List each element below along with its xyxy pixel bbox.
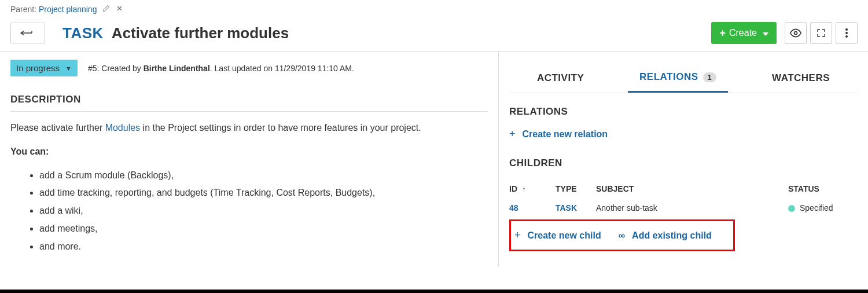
relations-count-badge: 1 — [703, 72, 717, 82]
list-item: add meetings, — [39, 222, 488, 236]
tab-relations[interactable]: RELATIONS 1 — [628, 63, 728, 93]
modules-link[interactable]: Modules — [105, 123, 140, 133]
description-body[interactable]: Please activate further Modules in the P… — [10, 112, 488, 267]
watch-button[interactable] — [785, 22, 807, 44]
col-subject-header[interactable]: SUBJECT — [596, 184, 788, 193]
tab-watchers[interactable]: WATCHERS — [760, 63, 841, 93]
status-label: In progress — [16, 63, 60, 73]
svg-point-0 — [795, 32, 797, 35]
sort-asc-icon: ↑ — [522, 185, 525, 193]
description-heading: DESCRIPTION — [10, 86, 488, 112]
create-button[interactable]: + Create — [711, 22, 777, 44]
work-package-id: #5: — [88, 64, 99, 73]
caret-down-icon — [763, 28, 768, 38]
author-name[interactable]: Birthe Lindenthal — [144, 64, 210, 73]
child-type: TASK — [556, 203, 596, 213]
svg-point-1 — [845, 28, 848, 31]
status-row: In progress ▼ #5: Created by Birthe Lind… — [10, 52, 488, 86]
parent-link[interactable]: Project planning — [39, 5, 97, 14]
tab-label: WATCHERS — [772, 72, 830, 84]
plus-icon: + — [514, 229, 521, 241]
link-icon: ∞ — [619, 230, 625, 241]
plus-icon: + — [509, 128, 516, 140]
more-menu-button[interactable] — [836, 22, 858, 44]
desc-text: in the Project settings in order to have… — [140, 123, 421, 133]
work-package-type: TASK — [62, 24, 104, 42]
tab-label: ACTIVITY — [537, 72, 584, 84]
tab-activity[interactable]: ACTIVITY — [525, 63, 595, 93]
description-list: add a Scrum module (Backlogs), add time … — [10, 169, 488, 254]
child-actions-highlighted: + Create new child ∞ Add existing child — [509, 219, 735, 251]
work-package-title[interactable]: Activate further modules — [112, 24, 289, 42]
add-existing-child-label: Add existing child — [632, 230, 712, 241]
pencil-icon[interactable] — [102, 5, 110, 14]
child-status: Specified — [788, 203, 858, 213]
list-item: add a Scrum module (Backlogs), — [39, 169, 488, 183]
create-button-label: Create — [729, 28, 757, 38]
status-dropdown[interactable]: In progress ▼ — [10, 60, 78, 76]
tab-label: RELATIONS — [639, 71, 698, 83]
plus-icon: + — [719, 27, 726, 39]
create-relation-button[interactable]: + Create new relation — [509, 123, 608, 145]
header: TASK Activate further modules + Create — [0, 19, 868, 52]
meta-line: #5: Created by Birthe Lindenthal. Last u… — [88, 64, 354, 73]
you-can-label: You can: — [10, 145, 488, 159]
desc-text: Please activate further — [10, 123, 105, 133]
parent-breadcrumb: Parent: Project planning — [0, 0, 868, 19]
bottom-border — [0, 290, 868, 293]
child-subject: Another sub-task — [596, 203, 788, 213]
relations-heading: RELATIONS — [509, 93, 858, 123]
table-row[interactable]: 48 TASK Another sub-task Specified — [509, 199, 858, 217]
right-pane: ACTIVITY RELATIONS 1 WATCHERS RELATIONS … — [499, 52, 868, 267]
create-new-child-label: Create new child — [528, 230, 601, 241]
children-table: ID ↑ TYPE SUBJECT STATUS 48 TASK Another… — [509, 180, 858, 217]
updated-label: Last updated on — [215, 64, 273, 73]
close-icon[interactable] — [116, 5, 123, 14]
tabs: ACTIVITY RELATIONS 1 WATCHERS — [509, 63, 858, 93]
svg-point-2 — [845, 32, 848, 34]
add-existing-child-button[interactable]: ∞ Add existing child — [619, 227, 712, 244]
list-item: and more. — [39, 240, 488, 254]
col-id-header[interactable]: ID ↑ — [509, 184, 556, 193]
children-table-head: ID ↑ TYPE SUBJECT STATUS — [509, 180, 858, 199]
children-heading: CHILDREN — [509, 145, 858, 175]
created-by-label: Created by — [101, 64, 141, 73]
list-item: add a wiki, — [39, 204, 488, 218]
list-item: add time tracking, reporting, and budget… — [39, 186, 488, 200]
col-type-header[interactable]: TYPE — [556, 184, 596, 193]
back-button[interactable] — [10, 23, 45, 43]
parent-label: Parent: — [10, 5, 36, 14]
updated-at: 11/29/2019 11:10 AM — [275, 64, 352, 73]
create-new-child-button[interactable]: + Create new child — [514, 227, 601, 244]
status-dot-icon — [788, 205, 795, 212]
caret-down-icon: ▼ — [65, 65, 72, 72]
child-id[interactable]: 48 — [509, 203, 556, 213]
left-pane: In progress ▼ #5: Created by Birthe Lind… — [0, 52, 499, 267]
svg-point-3 — [845, 35, 848, 38]
col-status-header[interactable]: STATUS — [788, 184, 858, 193]
content: In progress ▼ #5: Created by Birthe Lind… — [0, 52, 868, 267]
fullscreen-button[interactable] — [810, 22, 832, 44]
create-relation-label: Create new relation — [523, 129, 608, 140]
